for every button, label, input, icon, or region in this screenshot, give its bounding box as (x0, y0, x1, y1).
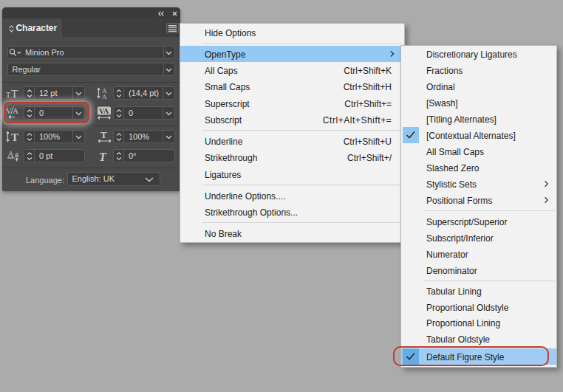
svg-text:T: T (11, 88, 18, 100)
svg-text:A: A (102, 93, 107, 100)
svg-text:T: T (11, 131, 18, 143)
svg-text:VA: VA (99, 107, 109, 115)
svg-text:a: a (16, 149, 18, 157)
svg-text:T: T (100, 130, 107, 140)
svg-text:T: T (6, 91, 10, 99)
svg-text:T: T (99, 150, 107, 162)
